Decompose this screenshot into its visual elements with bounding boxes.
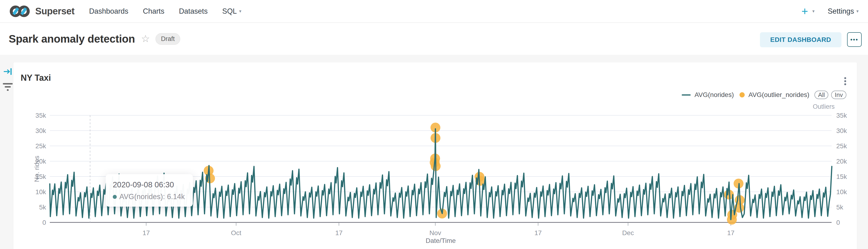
nav-item-sql[interactable]: SQL ▾ xyxy=(222,7,242,16)
chevron-down-icon: ▾ xyxy=(239,8,242,14)
expand-filter-bar-icon[interactable] xyxy=(3,67,13,77)
nav-item-charts[interactable]: Charts xyxy=(143,7,164,16)
chart-kebab-menu-icon[interactable] xyxy=(843,76,847,86)
page-title: Spark anomaly detection xyxy=(9,32,135,45)
nav-item-sql-label: SQL xyxy=(222,7,237,16)
legend-label-norides[interactable]: AVG(norides) xyxy=(694,91,734,99)
legend-inv-button[interactable]: Inv xyxy=(831,91,846,99)
plus-icon: + xyxy=(802,6,808,17)
settings-menu[interactable]: Settings ▾ xyxy=(828,7,859,16)
draft-badge: Draft xyxy=(156,33,180,45)
chevron-down-icon: ▾ xyxy=(812,8,815,14)
chart-title: NY Taxi xyxy=(21,73,51,83)
add-new-button[interactable]: + ▾ xyxy=(802,6,815,17)
legend-line-swatch[interactable] xyxy=(682,94,691,95)
chart-card xyxy=(13,62,857,249)
edit-dashboard-button[interactable]: EDIT DASHBOARD xyxy=(760,32,841,47)
legend-all-button[interactable]: All xyxy=(814,91,828,99)
tooltip-value: AVG(norides): 6.14k xyxy=(119,193,185,201)
nav-item-datasets[interactable]: Datasets xyxy=(179,7,208,16)
brand-name[interactable]: Superset xyxy=(35,6,74,17)
tooltip-series-dot xyxy=(113,195,117,199)
dashboard-more-button[interactable]: ••• xyxy=(847,32,862,47)
nav-item-dashboards[interactable]: Dashboards xyxy=(89,7,128,16)
settings-label: Settings xyxy=(828,7,854,16)
filter-icon[interactable] xyxy=(2,82,13,93)
favorite-star-icon[interactable]: ☆ xyxy=(141,34,150,44)
legend-label-outlier-norides[interactable]: AVG(outlier_norides) xyxy=(748,91,809,99)
chevron-down-icon: ▾ xyxy=(856,8,859,14)
chart-legend: AVG(norides) AVG(outlier_norides) All In… xyxy=(682,91,846,99)
chart-tooltip: 2020-09-08 06:30 AVG(norides): 6.14k xyxy=(106,174,193,206)
outliers-axis-label: Outliers xyxy=(813,103,835,110)
superset-logo-icon[interactable] xyxy=(8,4,31,19)
top-nav: Superset Dashboards Charts Datasets SQL … xyxy=(0,0,868,23)
dashboard-header: Spark anomaly detection ☆ Draft EDIT DAS… xyxy=(0,23,868,55)
legend-dot-swatch[interactable] xyxy=(740,92,745,98)
ellipsis-icon: ••• xyxy=(850,37,858,43)
tooltip-date: 2020-09-08 06:30 xyxy=(113,180,185,189)
filter-bar xyxy=(0,55,13,249)
